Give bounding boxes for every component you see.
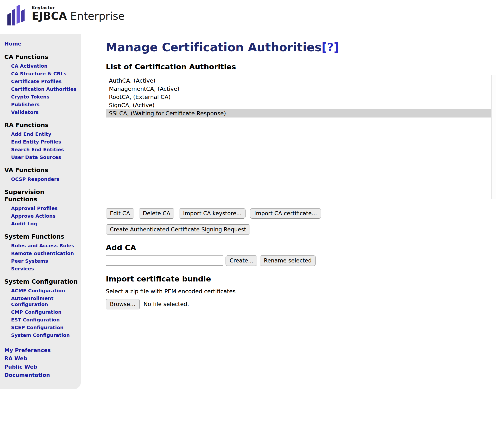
create-ca-button[interactable]: Create... [225, 255, 257, 266]
ca-listbox: AuthCA, (Active) ManagementCA, (Active) … [106, 75, 496, 199]
keyfactor-logo-icon [6, 4, 27, 27]
add-ca-name-input[interactable] [106, 255, 223, 266]
sidebar-item-end-entity-profiles[interactable]: End Entity Profiles [11, 139, 78, 145]
sidebar-item-public-web[interactable]: Public Web [4, 364, 78, 370]
sidebar-item-ca-activation[interactable]: CA Activation [11, 63, 78, 69]
ca-list-item-signca[interactable]: SignCA, (Active) [106, 101, 491, 109]
page: Keyfactor EJBCA Enterprise Home CA Funct… [0, 0, 504, 431]
brand-keyfactor: Keyfactor [32, 5, 125, 10]
browse-button[interactable]: Browse… [106, 299, 140, 309]
sidebar-item-approve-actions[interactable]: Approve Actions [11, 213, 78, 219]
sidebar-item-my-preferences[interactable]: My Preferences [4, 347, 78, 354]
import-ca-keystore-button[interactable]: Import CA keystore... [179, 208, 245, 219]
sidebar-item-documentation[interactable]: Documentation [4, 372, 78, 378]
sidebar-item-scep-configuration[interactable]: SCEP Configuration [11, 325, 78, 331]
sidebar-item-crypto-tokens[interactable]: Crypto Tokens [11, 94, 78, 100]
import-bundle-description: Select a zip file with PEM encoded certi… [106, 288, 496, 295]
logo-text: Keyfactor EJBCA Enterprise [32, 4, 125, 22]
sidebar-item-est-configuration[interactable]: EST Configuration [11, 317, 78, 323]
main-content: Manage Certification Authorities[?] List… [81, 34, 504, 324]
sidebar-section-ca-functions: CA Functions CA Activation CA Structure … [4, 54, 78, 115]
ca-list-heading: List of Certification Authorities [106, 62, 496, 71]
add-ca-row: Create... Rename selected [106, 255, 496, 266]
sidebar-item-audit-log[interactable]: Audit Log [11, 221, 78, 227]
sidebar-section-title-supervision-functions: Supervision Functions [4, 188, 78, 203]
page-title: Manage Certification Authorities[?] [106, 41, 496, 54]
sidebar-section-supervision-functions: Supervision Functions Approval Profiles … [4, 188, 78, 227]
sidebar-section-title-ca-functions: CA Functions [4, 54, 78, 61]
sidebar-section-va-functions: VA Functions OCSP Responders [4, 167, 78, 182]
rename-selected-button[interactable]: Rename selected [260, 255, 316, 266]
ca-list-item-managementca[interactable]: ManagementCA, (Active) [106, 85, 491, 93]
sidebar-section-system-functions: System Functions Roles and Access Rules … [4, 233, 78, 272]
brand-suffix: Enterprise [67, 10, 125, 22]
sidebar-item-services[interactable]: Services [11, 266, 78, 272]
help-link[interactable]: [?] [322, 40, 339, 54]
sidebar-item-autoenrollment-configuration[interactable]: Autoenrollment Configuration [11, 295, 78, 308]
sidebar-item-roles-and-access-rules[interactable]: Roles and Access Rules [11, 243, 78, 249]
sidebar-section-title-system-configuration: System Configuration [4, 278, 78, 285]
sidebar-item-certificate-profiles[interactable]: Certificate Profiles [11, 78, 78, 84]
sidebar-item-publishers[interactable]: Publishers [11, 102, 78, 108]
sidebar-item-user-data-sources[interactable]: User Data Sources [11, 154, 78, 160]
sidebar-item-ocsp-responders[interactable]: OCSP Responders [11, 176, 78, 182]
ca-list-item-sslca[interactable]: SSLCA, (Waiting for Certificate Response… [106, 109, 491, 118]
ca-action-buttons: Edit CA Delete CA Import CA keystore... … [106, 208, 496, 219]
edit-ca-button[interactable]: Edit CA [106, 208, 134, 219]
sidebar-item-peer-systems[interactable]: Peer Systems [11, 258, 78, 264]
sidebar-item-remote-authentication[interactable]: Remote Authentication [11, 250, 78, 256]
sidebar-item-search-end-entities[interactable]: Search End Entities [11, 147, 78, 153]
sidebar-item-ra-web[interactable]: RA Web [4, 355, 78, 362]
ca-list-item-rootca[interactable]: RootCA, (External CA) [106, 93, 491, 101]
add-ca-heading: Add CA [106, 243, 496, 252]
delete-ca-button[interactable]: Delete CA [139, 208, 175, 219]
ca-list-item-authca[interactable]: AuthCA, (Active) [106, 76, 491, 85]
sidebar-item-certification-authorities[interactable]: Certification Authorities [11, 86, 78, 92]
create-csr-button[interactable]: Create Authenticated Certificate Signing… [106, 225, 250, 235]
sidebar-section-system-configuration: System Configuration ACME Configuration … [4, 278, 78, 338]
sidebar-footer-links: My Preferences RA Web Public Web Documen… [4, 347, 78, 378]
page-title-text: Manage Certification Authorities [106, 40, 322, 54]
sidebar-item-acme-configuration[interactable]: ACME Configuration [11, 288, 78, 294]
brand-ejbca-enterprise: EJBCA Enterprise [32, 10, 125, 22]
sidebar-item-validators[interactable]: Validators [11, 109, 78, 115]
sidebar-item-system-configuration[interactable]: System Configuration [11, 332, 78, 338]
import-bundle-heading: Import certificate bundle [106, 274, 496, 283]
sidebar-item-approval-profiles[interactable]: Approval Profiles [11, 205, 78, 211]
sidebar-section-title-ra-functions: RA Functions [4, 122, 78, 129]
sidebar-item-ca-structure-crls[interactable]: CA Structure & CRLs [11, 71, 78, 77]
sidebar-section-title-system-functions: System Functions [4, 233, 78, 240]
csr-button-row: Create Authenticated Certificate Signing… [106, 225, 496, 235]
brand-main: EJBCA [32, 10, 67, 22]
sidebar-item-add-end-entity[interactable]: Add End Entity [11, 131, 78, 137]
file-upload-row: Browse… No file selected. [106, 299, 496, 309]
file-status-text: No file selected. [144, 301, 189, 308]
sidebar: Home CA Functions CA Activation CA Struc… [0, 34, 81, 389]
import-ca-certificate-button[interactable]: Import CA certificate... [250, 208, 321, 219]
sidebar-section-title-va-functions: VA Functions [4, 167, 78, 174]
sidebar-item-cmp-configuration[interactable]: CMP Configuration [11, 309, 78, 315]
logo-header: Keyfactor EJBCA Enterprise [0, 0, 504, 34]
sidebar-item-home[interactable]: Home [4, 40, 78, 47]
sidebar-section-ra-functions: RA Functions Add End Entity End Entity P… [4, 122, 78, 160]
listbox-scrollbar[interactable] [492, 75, 496, 199]
